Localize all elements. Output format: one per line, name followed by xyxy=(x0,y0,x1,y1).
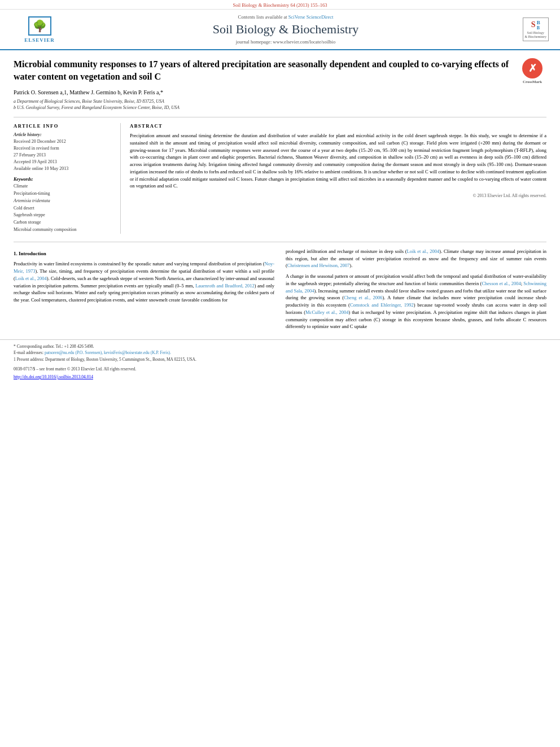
keyword-6: Carbon storage xyxy=(14,219,113,226)
crossmark-badge: ✗ CrossMark xyxy=(518,58,546,85)
elsevier-tree-icon: 🌳 xyxy=(33,19,47,33)
keywords-label: Keywords: xyxy=(14,177,113,182)
doi-link[interactable]: http://dx.doi.org/10.1016/j.soilbio.2013… xyxy=(14,374,93,379)
logo-s: S xyxy=(531,20,536,29)
footnote-doi[interactable]: http://dx.doi.org/10.1016/j.soilbio.2013… xyxy=(14,374,546,379)
article-title-text: Microbial community responses to 17 year… xyxy=(14,59,509,81)
elsevier-logo-area: 🌳 ELSEVIER xyxy=(11,16,68,43)
email-label: E-mail addresses: xyxy=(14,350,43,355)
sciverse-link[interactable]: SciVerse ScienceDirect xyxy=(288,14,334,20)
copyright-line: © 2013 Elsevier Ltd. All rights reserved… xyxy=(130,193,546,198)
available-date: Available online 10 May 2013 xyxy=(14,165,113,172)
logo-b-top: B xyxy=(537,20,540,25)
journal-citation: Soil Biology & Biochemistry 64 (2013) 15… xyxy=(233,2,327,8)
keyword-7: Microbial community composition xyxy=(14,226,113,234)
ref-lauenroth[interactable]: Lauenroth and Bradford, 2012 xyxy=(195,283,255,289)
article-title-area: Microbial community responses to 17 year… xyxy=(14,58,546,82)
article-info-heading: ARTICLE INFO xyxy=(14,123,113,129)
ref-loik-2[interactable]: Loik et al., 2004 xyxy=(407,248,440,254)
footnote-corresponding: * Corresponding author. Tel.: +1 208 426… xyxy=(14,343,546,350)
authors-text: Patrick O. Sorensen a,1, Matthew J. Germ… xyxy=(14,89,163,95)
received-revised-date: 27 February 2013 xyxy=(14,152,113,159)
logo-text-small: Soil Biology& Biochemistry xyxy=(525,31,547,39)
received-revised-label: Received in revised form xyxy=(14,145,113,152)
keyword-5: Sagebrush steppe xyxy=(14,212,113,219)
keyword-4: Cold desert xyxy=(14,205,113,212)
abstract-paragraph: Precipitation amount and seasonal timing… xyxy=(130,132,546,190)
section-number: 1. xyxy=(14,251,18,256)
body-col-left: 1. Introduction Productivity in water li… xyxy=(14,248,274,334)
elsevier-logo-box: 🌳 xyxy=(28,16,51,36)
journal-header-center: Contents lists available at SciVerse Sci… xyxy=(68,14,504,45)
journal-logo-right: S B B Soil Biology& Biochemistry xyxy=(504,18,549,41)
elsevier-brand-text: ELSEVIER xyxy=(24,37,55,43)
abstract-text: Precipitation amount and seasonal timing… xyxy=(130,132,546,190)
journal-logo-box: S B B Soil Biology& Biochemistry xyxy=(523,18,549,41)
accepted-date: Accepted 19 April 2013 xyxy=(14,159,113,165)
section-title-text: Introduction xyxy=(19,251,46,256)
keywords-list: Climate Precipitation-timing Artemisia t… xyxy=(14,183,113,234)
affiliation-b: b U.S. Geological Survey, Forest and Ran… xyxy=(14,105,546,110)
ref-chesson[interactable]: Chesson et al., 2004 xyxy=(482,281,520,286)
affiliation-a: a Department of Biological Sciences, Boi… xyxy=(14,99,546,104)
intro-section-title: 1. Introduction xyxy=(14,250,274,258)
logo-row-1: S B B xyxy=(531,20,540,30)
affiliations: a Department of Biological Sciences, Boi… xyxy=(14,99,546,110)
keyword-3: Artemisia tridentata xyxy=(14,198,113,205)
info-abstract-section: ARTICLE INFO Article history: Received 2… xyxy=(14,117,546,234)
footnote-present-address: 1 Present address: Department of Biology… xyxy=(14,356,546,362)
intro-paragraph-1: Productivity in water limited ecosystems… xyxy=(14,260,274,304)
sciverse-line: Contents lists available at SciVerse Sci… xyxy=(68,14,504,20)
ref-noy-meir[interactable]: Noy-Meir, 1973 xyxy=(14,261,274,274)
crossmark-label: CrossMark xyxy=(518,80,546,85)
logo-b-bot: B xyxy=(537,25,540,30)
contents-label: Contents lists available at xyxy=(238,14,287,20)
ref-mcculley[interactable]: McCulley et al., 2004 xyxy=(305,309,348,315)
footer-area: * Corresponding author. Tel.: +1 208 426… xyxy=(0,339,560,384)
footnote-email: E-mail addresses: patsoren@nu.edu (P.O. … xyxy=(14,350,546,356)
body-section: 1. Introduction Productivity in water li… xyxy=(14,248,546,334)
elsevier-logo: 🌳 ELSEVIER xyxy=(11,16,68,43)
citation-bar: Soil Biology & Biochemistry 64 (2013) 15… xyxy=(0,0,560,10)
body-col-right: prolonged infiltration and recharge of m… xyxy=(286,248,546,334)
crossmark-icon: ✗ xyxy=(522,58,542,78)
abstract-col: ABSTRACT Precipitation amount and season… xyxy=(130,123,546,234)
received-date: Received 20 December 2012 xyxy=(14,138,113,145)
journal-header: 🌳 ELSEVIER Contents lists available at S… xyxy=(0,10,560,50)
homepage-line: journal homepage: www.elsevier.com/locat… xyxy=(68,39,504,45)
footnote-issn: 0038-0717/$ – see front matter © 2013 El… xyxy=(14,366,546,372)
history-label: Article history: xyxy=(14,132,113,137)
article-info-col: ARTICLE INFO Article history: Received 2… xyxy=(14,123,121,234)
intro-paragraph-2: prolonged infiltration and recharge of m… xyxy=(286,248,546,269)
intro-paragraph-3: A change in the seasonal pattern or amou… xyxy=(286,273,546,330)
authors-line: Patrick O. Sorensen a,1, Matthew J. Germ… xyxy=(14,89,546,95)
ref-cheng[interactable]: Cheng et al., 2006 xyxy=(344,295,382,300)
keywords-section: Keywords: Climate Precipitation-timing A… xyxy=(14,177,113,234)
keyword-3-italic: Artemisia tridentata xyxy=(14,198,50,203)
keyword-1: Climate xyxy=(14,183,113,190)
keyword-2: Precipitation-timing xyxy=(14,190,113,198)
email-links[interactable]: patsoren@nu.edu (P.O. Sorensen), kevinFe… xyxy=(45,350,171,355)
section-divider xyxy=(14,242,546,242)
article-dates: Received 20 December 2012 Received in re… xyxy=(14,138,113,172)
journal-title: Soil Biology & Biochemistry xyxy=(68,22,504,37)
main-content: Microbial community responses to 17 year… xyxy=(0,50,560,339)
ref-loik[interactable]: Loik et al., 2004 xyxy=(15,276,47,281)
abstract-heading: ABSTRACT xyxy=(130,123,546,129)
ref-christensen[interactable]: Christensen and Hewitson, 2007 xyxy=(287,263,350,268)
corresponding-label: * Corresponding author. Tel.: +1 208 426… xyxy=(14,344,94,349)
ref-comstock[interactable]: Comstock and Ehleringer, 1992 xyxy=(350,302,414,308)
